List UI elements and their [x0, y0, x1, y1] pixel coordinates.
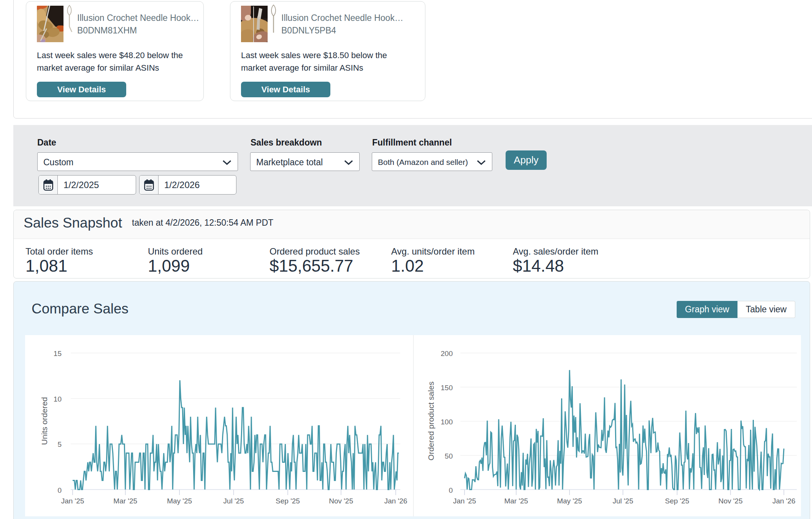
svg-text:Nov '25: Nov '25 — [329, 497, 353, 505]
svg-text:Jan '25: Jan '25 — [453, 497, 476, 505]
svg-text:Mar '25: Mar '25 — [113, 497, 137, 505]
svg-text:Sep '25: Sep '25 — [276, 497, 300, 505]
svg-text:Jan '26: Jan '26 — [772, 497, 796, 505]
svg-text:Sep '25: Sep '25 — [665, 497, 689, 505]
svg-text:Jan '26: Jan '26 — [384, 497, 408, 505]
svg-text:Nov '25: Nov '25 — [718, 497, 743, 505]
svg-text:Jul '25: Jul '25 — [223, 497, 244, 505]
svg-text:10: 10 — [54, 395, 62, 403]
svg-text:May '25: May '25 — [167, 497, 192, 505]
svg-text:150: 150 — [441, 384, 453, 392]
svg-text:50: 50 — [445, 452, 453, 460]
svg-text:0: 0 — [57, 486, 62, 494]
svg-text:5: 5 — [57, 440, 62, 448]
svg-text:May '25: May '25 — [557, 497, 582, 505]
svg-text:200: 200 — [441, 350, 453, 358]
svg-text:Jan '25: Jan '25 — [61, 497, 84, 505]
svg-text:15: 15 — [54, 350, 62, 358]
svg-text:Units ordered: Units ordered — [40, 397, 49, 445]
svg-text:100: 100 — [441, 418, 453, 426]
svg-text:Ordered product sales: Ordered product sales — [427, 381, 435, 460]
svg-text:0: 0 — [449, 486, 453, 494]
svg-text:Mar '25: Mar '25 — [504, 497, 528, 505]
svg-text:Jul '25: Jul '25 — [612, 497, 633, 505]
